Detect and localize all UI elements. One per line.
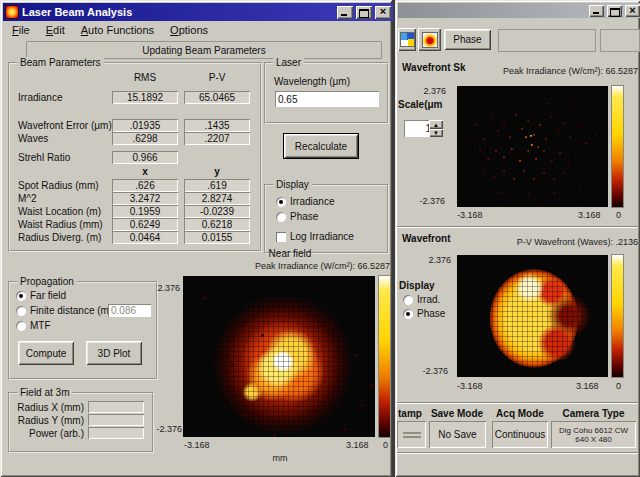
wavefront-title: Wavefront (402, 233, 451, 244)
value-irradiance-pv: 65.0465 (184, 91, 250, 104)
maximize-icon[interactable] (607, 5, 622, 17)
timestamp-value (397, 421, 426, 448)
3d-plot-button[interactable]: 3D Plot (86, 341, 142, 365)
near-field-cbar-zero: 0 (383, 440, 388, 450)
mtf-radio[interactable]: MTF (16, 320, 51, 331)
noise-speckles (203, 296, 206, 299)
value-msquared-y: 2.8274 (184, 192, 250, 205)
finite-distance-label: Finite distance (m) (30, 305, 112, 316)
col-header-rms: RMS (110, 72, 180, 83)
value-spot-radius-y: .619 (184, 179, 250, 192)
far-field-label: Far field (30, 290, 66, 301)
propagation-group-title: Propagation (17, 276, 77, 287)
row-label: Waves (18, 133, 48, 144)
toolbar-panel-1 (498, 29, 596, 52)
value-radius-diverg-x: 0.0464 (112, 231, 178, 244)
section-divider (397, 226, 638, 228)
row-label: M^2 (18, 193, 37, 204)
radio-icon (16, 321, 26, 331)
window-title: Laser Beam Analysis (22, 6, 334, 18)
row-label: Irradiance (18, 92, 62, 103)
close-icon[interactable] (625, 5, 640, 17)
slope-y-min: -2.376 (413, 196, 445, 206)
laser-beam-analysis-window: Laser Beam Analysis File Edit Auto Funct… (0, 0, 392, 477)
timestamp-header: tamp (398, 408, 422, 419)
beam-parameters-title: Beam Parameters (17, 57, 104, 68)
menu-auto-functions[interactable]: Auto Functions (73, 23, 162, 38)
phase-button[interactable]: Phase (444, 29, 491, 50)
irradiance-radio[interactable]: Irradiance (276, 196, 334, 207)
compute-button[interactable]: Compute (18, 341, 74, 365)
field-at-3m-title: Field at 3m (17, 387, 72, 398)
slope-y-max: 2.376 (418, 86, 446, 96)
wavefront-blob (457, 255, 608, 377)
camera-type-line2: 640 X 480 (575, 435, 611, 444)
wavelength-label: Wavelength (μm) (274, 76, 350, 87)
phase-radio[interactable]: Phase (276, 211, 318, 222)
menu-file[interactable]: File (4, 23, 38, 38)
value-spot-radius-x: .626 (112, 179, 178, 192)
beam-spot-icon (422, 32, 438, 48)
beam-spot-icon-button[interactable] (418, 28, 441, 51)
spinner-down-icon[interactable]: ▼ (429, 129, 443, 137)
row-label: Wavefront Error (μm) (18, 120, 112, 131)
scale-label: Scale(μm (398, 99, 442, 110)
value-irradiance-rms: 15.1892 (112, 91, 178, 104)
far-field-radio[interactable]: Far field (16, 290, 66, 301)
log-irradiance-label: Log Irradiance (290, 231, 354, 242)
wavefront-y-max: 2.376 (425, 255, 451, 265)
display-group-title: Display (273, 179, 312, 190)
toolbar-panel-2 (600, 29, 640, 52)
power-value (88, 427, 144, 439)
col-header-x: x (110, 166, 180, 177)
maximize-icon[interactable] (356, 6, 372, 19)
radius-x-value (88, 401, 144, 413)
spectrum-icon-button[interactable] (398, 28, 416, 51)
wavelength-input[interactable]: 0.65 (275, 91, 379, 107)
row-label: Waist Location (m) (18, 206, 101, 217)
mtf-label: MTF (30, 320, 51, 331)
wavefront-y-min: -2.376 (418, 366, 448, 376)
finite-distance-input[interactable]: 0.086 (108, 304, 151, 317)
value-strehl: 0.966 (112, 151, 178, 164)
field-at-3m-group: Field at 3m Radius X (mm) Radius Y (mm) … (8, 392, 154, 453)
wavefront-slope-plot[interactable] (457, 86, 608, 207)
menu-edit[interactable]: Edit (38, 23, 73, 38)
value-waves-rms: .6298 (112, 132, 178, 145)
near-field-title: Near field (200, 248, 380, 259)
near-field-x-min: -3.168 (184, 440, 210, 450)
acquisition-window: Phase Wavefront Sk Peak Irradiance (W/cm… (395, 0, 640, 477)
beam-intensity-blob (183, 276, 375, 437)
value-waist-radius-x: 0.6249 (112, 218, 178, 231)
radio-icon (16, 291, 26, 301)
wavefront-pv-label: P-V Wavefront (Waves): .2136 (470, 237, 638, 247)
menu-options[interactable]: Options (162, 23, 216, 38)
value-waves-pv: .2207 (184, 132, 250, 145)
slope-x-max: 3.168 (578, 210, 601, 220)
minimize-icon[interactable] (589, 5, 604, 17)
value-waist-radius-y: 0.6218 (184, 218, 250, 231)
beam-parameters-group: Beam Parameters RMS P-V Irradiance 15.18… (8, 62, 262, 252)
power-label: Power (arb.) (12, 428, 84, 439)
right-title-bar[interactable] (398, 3, 640, 18)
minimize-icon[interactable] (337, 6, 353, 19)
laser-group-title: Laser (273, 57, 304, 68)
finite-distance-radio[interactable]: Finite distance (m) (16, 305, 112, 316)
spinner-up-icon[interactable]: ▲ (429, 120, 443, 129)
irradiance-radio-label: Irradiance (290, 196, 334, 207)
radio-icon (403, 309, 413, 319)
title-bar[interactable]: Laser Beam Analysis (3, 3, 393, 21)
near-field-plot[interactable] (183, 276, 375, 437)
close-icon[interactable] (375, 6, 391, 19)
irrad-radio[interactable]: Irrad. (403, 294, 440, 305)
propagation-group: Propagation Far field Finite distance (m… (8, 281, 158, 380)
phase-radio-label: Phase (290, 211, 318, 222)
wavefront-plot[interactable] (457, 255, 608, 377)
wavefront-slope-title: Wavefront Sk (402, 62, 466, 73)
camera-type-value: Dig Cohu 6612 CW 640 X 480 (551, 421, 636, 448)
value-radius-diverg-y: 0.0155 (184, 231, 250, 244)
near-field-colorbar (379, 276, 390, 437)
phase-radio-right[interactable]: Phase (403, 308, 445, 319)
log-irradiance-checkbox[interactable]: Log Irradiance (276, 231, 354, 242)
recalculate-button[interactable]: Recalculate (284, 134, 358, 158)
